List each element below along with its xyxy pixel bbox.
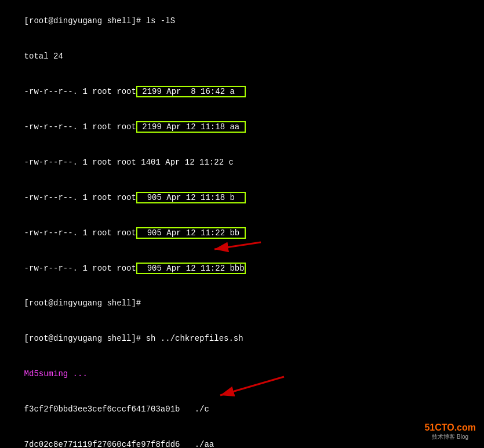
watermark-subtitle: 技术博客 Blog [424, 433, 476, 441]
line-file-b: -rw-r--r--. 1 root root 905 Apr 12 11:18… [5, 180, 479, 215]
line-file-bb: -rw-r--r--. 1 root root 905 Apr 12 11:22… [5, 215, 479, 250]
line-file-c: -rw-r--r--. 1 root root 1401 Apr 12 11:2… [5, 145, 479, 180]
watermark-title: 51CTO.com [424, 422, 476, 433]
line-hash-c: f3cf2f0bbd3ee3cef6cccf641703a01b ./c [5, 392, 479, 427]
line-total: total 24 [5, 39, 479, 74]
line-sh-cmd: [root@dingyugang shell]# sh ../chkrepfil… [5, 321, 479, 356]
line-hash-aa: 7dc02c8e771119f27060c4fe97f8fdd6 ./aa [5, 427, 479, 448]
line-md5suming: Md5suming ... [5, 356, 479, 392]
line-file-bbb: -rw-r--r--. 1 root root 905 Apr 12 11:22… [5, 250, 479, 286]
terminal: [root@dingyugang shell]# ls -lS total 24… [0, 0, 484, 448]
watermark: 51CTO.com 技术博客 Blog [421, 420, 479, 443]
line-file-aa: -rw-r--r--. 1 root root 2199 Apr 12 11:1… [5, 110, 479, 145]
line-prompt1: [root@dingyugang shell]# ls -lS [5, 3, 479, 39]
line-prompt-blank: [root@dingyugang shell]# [5, 286, 479, 321]
prompt1-text: [root@dingyugang shell]# ls -lS [24, 16, 175, 26]
line-file-a: -rw-r--r--. 1 root root 2199 Apr 8 16:42… [5, 74, 479, 110]
